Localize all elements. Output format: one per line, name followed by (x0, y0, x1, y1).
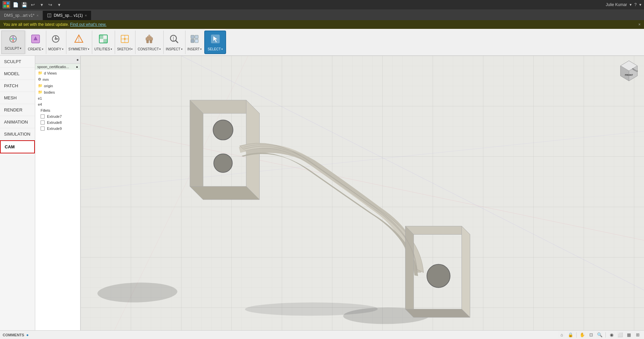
tree-item-extrude7[interactable]: Extrude7 (35, 113, 80, 119)
svg-rect-1 (7, 2, 9, 4)
svg-rect-29 (191, 35, 194, 39)
bt-pan-button[interactable]: ✋ (579, 332, 586, 338)
tree-item-origin[interactable]: 📁 origin (35, 83, 80, 89)
tree-item-bodies[interactable]: 📁 bodies (35, 89, 80, 95)
notif-link[interactable]: Find out what's new. (70, 22, 106, 27)
tree-item-extrude8[interactable]: Extrude8 (35, 119, 80, 126)
redo-arrow[interactable]: ▾ (56, 1, 62, 8)
bt-lock-button[interactable]: 🔒 (567, 332, 574, 338)
left-panel: ● spoon_certificatio... ● 📁 d Views ⚙ mm… (35, 56, 80, 330)
sidebar-item-mesh[interactable]: MESH (0, 92, 35, 104)
symmetry-group[interactable]: SYMMETRY ▾ (66, 31, 92, 54)
select-icon (210, 34, 221, 47)
inspect-label: INSPECT ▾ (166, 47, 182, 51)
tree-icon-mm: ⚙ (38, 77, 41, 82)
inspect-group[interactable]: INSPECT ▾ (163, 31, 184, 54)
bt-home-button[interactable]: ⌂ (558, 332, 566, 338)
comments-toggle[interactable]: ● (26, 333, 29, 337)
app-icon[interactable] (3, 1, 10, 8)
svg-marker-51 (462, 226, 470, 318)
tab-2[interactable]: DMS_sp... v1(1) × (43, 11, 91, 20)
create-group[interactable]: CREATE ▾ (25, 31, 45, 54)
panel-toggle[interactable]: ● (76, 57, 79, 62)
modify-group[interactable]: MODIFY ▾ (46, 31, 65, 54)
tree-label-extrude7: Extrude7 (47, 114, 62, 118)
tree-icon-extrude8 (41, 120, 45, 125)
svg-point-10 (55, 38, 57, 40)
modify-icon (50, 34, 61, 47)
sketch-group[interactable]: SKETCH ▾ (115, 31, 135, 54)
insert-group[interactable]: INSERT ▾ (185, 31, 204, 54)
bt-orbit-button[interactable]: ⊡ (587, 332, 595, 338)
svg-marker-44 (190, 100, 203, 199)
select-group[interactable]: SELECT ▾ (204, 31, 226, 54)
sidebar-item-render[interactable]: RENDER (0, 104, 35, 116)
tree-label-fillets: Fillets (41, 108, 50, 112)
breadcrumb-toggle[interactable]: ● (76, 65, 78, 69)
bt-sep-2 (605, 332, 606, 338)
sidebar-item-cam[interactable]: CAM (0, 140, 35, 153)
cube-navigator[interactable]: FRONT RIGHT (617, 59, 641, 83)
save-button[interactable]: 💾 (21, 1, 28, 8)
sidebar-item-simulation[interactable]: SIMULATION (0, 128, 35, 140)
create-icon (30, 34, 41, 47)
bt-view-button[interactable]: ◉ (608, 332, 615, 338)
utilities-icon (98, 34, 109, 47)
svg-rect-24 (150, 40, 152, 43)
svg-rect-14 (99, 35, 103, 39)
user-arrow[interactable]: ▾ (630, 2, 632, 7)
user-name[interactable]: Julie Kumar (606, 2, 627, 7)
redo-button[interactable]: ↪ (47, 1, 54, 8)
bt-display-button[interactable]: ⬜ (616, 332, 624, 338)
tree-icon-extrude9 (41, 127, 45, 131)
file-menu-button[interactable]: 📄 (12, 1, 19, 8)
svg-marker-49 (405, 226, 470, 235)
bt-zoom-button[interactable]: 🔍 (596, 332, 603, 338)
construct-icon (144, 34, 155, 47)
notif-close[interactable]: × (638, 22, 641, 27)
sidebar-item-animation[interactable]: ANIMATION (0, 116, 35, 128)
tree-label-origin: origin (44, 84, 53, 88)
notif-content: You are all set with the latest update. … (3, 22, 106, 27)
notification-bar: You are all set with the latest update. … (0, 20, 644, 29)
tree-item-fillets[interactable]: Fillets (35, 107, 80, 113)
symmetry-label: SYMMETRY ▾ (68, 47, 90, 51)
sidebar-item-model[interactable]: MODEL (0, 68, 35, 80)
workspace-button[interactable]: SCULPT ▾ (1, 31, 25, 54)
tree-item-views[interactable]: 📁 d Views (35, 70, 80, 76)
svg-rect-15 (103, 39, 107, 43)
tree-item-extrude9[interactable]: Extrude9 (35, 126, 80, 132)
bt-grid-button[interactable]: ▦ (625, 332, 633, 338)
utilities-label: UTILITIES ▾ (94, 47, 112, 51)
undo-button[interactable]: ↩ (30, 1, 36, 8)
select-label: SELECT ▾ (208, 47, 223, 51)
tree-icon-bodies: 📁 (38, 90, 43, 94)
tab-1-close[interactable]: × (37, 13, 39, 17)
tab-2-close[interactable]: × (85, 13, 87, 17)
help-arrow[interactable]: ▾ (639, 2, 641, 7)
svg-rect-23 (147, 40, 149, 43)
tree-item-mm[interactable]: ⚙ mm (35, 76, 80, 83)
help-button[interactable]: ? (634, 2, 637, 7)
tab-2-label: DMS_sp... v1(1) (54, 13, 83, 18)
construct-group[interactable]: CONSTRUCT ▾ (135, 31, 163, 54)
sidebar-item-sculpt[interactable]: SCULPT (0, 56, 35, 68)
undo-arrow[interactable]: ▾ (38, 1, 45, 8)
tree-label-extrude8: Extrude8 (47, 120, 62, 125)
sidebar-item-patch[interactable]: PATCH (0, 80, 35, 92)
toolbar: SCULPT ▾ CREATE ▾ MODIFY ▾ (0, 29, 644, 56)
bt-more-button[interactable]: ⊞ (634, 332, 641, 338)
main-content: SCULPT MODEL PATCH MESH RENDER ANIMATION… (0, 56, 644, 330)
tab-1[interactable]: DMS_sp...art v1* × (0, 11, 43, 20)
breadcrumb-text: spoon_certificatio... (37, 65, 69, 69)
breadcrumb-item[interactable]: spoon_certificatio... ● (35, 64, 80, 70)
svg-rect-32 (195, 39, 198, 43)
tree-item-e1[interactable]: e1 (35, 95, 80, 101)
tree-label-mm: mm (43, 78, 49, 82)
workspace-icon (8, 34, 18, 46)
viewport[interactable]: FRONT RIGHT (80, 56, 644, 330)
utilities-group[interactable]: UTILITIES ▾ (92, 31, 114, 54)
tree-item-e4[interactable]: e4 (35, 101, 80, 107)
bt-sep-1 (576, 332, 577, 338)
svg-rect-31 (191, 39, 194, 43)
